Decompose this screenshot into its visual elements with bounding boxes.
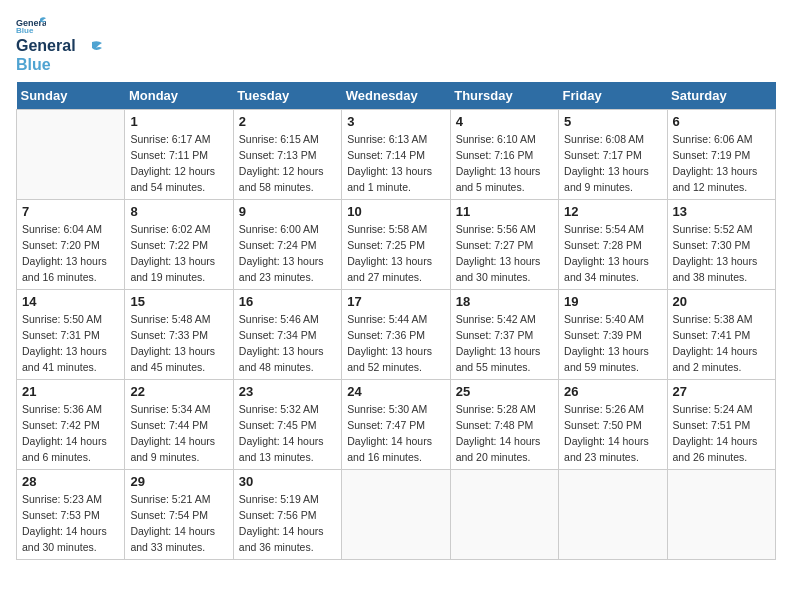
day-info: Sunrise: 6:04 AM Sunset: 7:20 PM Dayligh… xyxy=(22,222,119,285)
day-info: Sunrise: 6:08 AM Sunset: 7:17 PM Dayligh… xyxy=(564,132,661,195)
week-row-4: 21Sunrise: 5:36 AM Sunset: 7:42 PM Dayli… xyxy=(17,380,776,470)
day-cell: 10Sunrise: 5:58 AM Sunset: 7:25 PM Dayli… xyxy=(342,200,450,290)
day-cell: 19Sunrise: 5:40 AM Sunset: 7:39 PM Dayli… xyxy=(559,290,667,380)
day-number: 7 xyxy=(22,204,119,219)
day-cell: 1Sunrise: 6:17 AM Sunset: 7:11 PM Daylig… xyxy=(125,110,233,200)
day-number: 16 xyxy=(239,294,336,309)
header-row: SundayMondayTuesdayWednesdayThursdayFrid… xyxy=(17,82,776,110)
day-cell xyxy=(17,110,125,200)
week-row-2: 7Sunrise: 6:04 AM Sunset: 7:20 PM Daylig… xyxy=(17,200,776,290)
page-header: General Blue General Blue xyxy=(16,16,776,74)
day-cell: 4Sunrise: 6:10 AM Sunset: 7:16 PM Daylig… xyxy=(450,110,558,200)
day-cell: 29Sunrise: 5:21 AM Sunset: 7:54 PM Dayli… xyxy=(125,470,233,560)
day-number: 9 xyxy=(239,204,336,219)
day-number: 12 xyxy=(564,204,661,219)
logo: General Blue General Blue xyxy=(16,16,104,74)
day-number: 29 xyxy=(130,474,227,489)
header-thursday: Thursday xyxy=(450,82,558,110)
day-info: Sunrise: 6:15 AM Sunset: 7:13 PM Dayligh… xyxy=(239,132,336,195)
day-number: 11 xyxy=(456,204,553,219)
day-number: 22 xyxy=(130,384,227,399)
header-tuesday: Tuesday xyxy=(233,82,341,110)
day-cell: 7Sunrise: 6:04 AM Sunset: 7:20 PM Daylig… xyxy=(17,200,125,290)
day-number: 21 xyxy=(22,384,119,399)
week-row-3: 14Sunrise: 5:50 AM Sunset: 7:31 PM Dayli… xyxy=(17,290,776,380)
day-cell: 5Sunrise: 6:08 AM Sunset: 7:17 PM Daylig… xyxy=(559,110,667,200)
day-number: 5 xyxy=(564,114,661,129)
day-cell: 24Sunrise: 5:30 AM Sunset: 7:47 PM Dayli… xyxy=(342,380,450,470)
day-info: Sunrise: 5:26 AM Sunset: 7:50 PM Dayligh… xyxy=(564,402,661,465)
day-cell: 17Sunrise: 5:44 AM Sunset: 7:36 PM Dayli… xyxy=(342,290,450,380)
day-number: 2 xyxy=(239,114,336,129)
day-number: 28 xyxy=(22,474,119,489)
day-info: Sunrise: 5:28 AM Sunset: 7:48 PM Dayligh… xyxy=(456,402,553,465)
day-cell: 20Sunrise: 5:38 AM Sunset: 7:41 PM Dayli… xyxy=(667,290,775,380)
day-info: Sunrise: 6:06 AM Sunset: 7:19 PM Dayligh… xyxy=(673,132,770,195)
day-cell: 25Sunrise: 5:28 AM Sunset: 7:48 PM Dayli… xyxy=(450,380,558,470)
logo-bird-svg xyxy=(82,40,104,54)
day-info: Sunrise: 5:30 AM Sunset: 7:47 PM Dayligh… xyxy=(347,402,444,465)
day-number: 18 xyxy=(456,294,553,309)
header-saturday: Saturday xyxy=(667,82,775,110)
day-number: 10 xyxy=(347,204,444,219)
day-number: 24 xyxy=(347,384,444,399)
day-number: 23 xyxy=(239,384,336,399)
week-row-5: 28Sunrise: 5:23 AM Sunset: 7:53 PM Dayli… xyxy=(17,470,776,560)
day-info: Sunrise: 5:40 AM Sunset: 7:39 PM Dayligh… xyxy=(564,312,661,375)
day-number: 6 xyxy=(673,114,770,129)
day-cell xyxy=(559,470,667,560)
day-number: 19 xyxy=(564,294,661,309)
day-cell: 22Sunrise: 5:34 AM Sunset: 7:44 PM Dayli… xyxy=(125,380,233,470)
day-cell: 27Sunrise: 5:24 AM Sunset: 7:51 PM Dayli… xyxy=(667,380,775,470)
day-number: 25 xyxy=(456,384,553,399)
day-number: 15 xyxy=(130,294,227,309)
day-info: Sunrise: 5:44 AM Sunset: 7:36 PM Dayligh… xyxy=(347,312,444,375)
day-cell: 30Sunrise: 5:19 AM Sunset: 7:56 PM Dayli… xyxy=(233,470,341,560)
day-cell: 13Sunrise: 5:52 AM Sunset: 7:30 PM Dayli… xyxy=(667,200,775,290)
day-info: Sunrise: 5:24 AM Sunset: 7:51 PM Dayligh… xyxy=(673,402,770,465)
day-info: Sunrise: 5:42 AM Sunset: 7:37 PM Dayligh… xyxy=(456,312,553,375)
day-info: Sunrise: 6:10 AM Sunset: 7:16 PM Dayligh… xyxy=(456,132,553,195)
day-info: Sunrise: 5:32 AM Sunset: 7:45 PM Dayligh… xyxy=(239,402,336,465)
day-cell: 11Sunrise: 5:56 AM Sunset: 7:27 PM Dayli… xyxy=(450,200,558,290)
day-number: 30 xyxy=(239,474,336,489)
day-number: 13 xyxy=(673,204,770,219)
day-info: Sunrise: 5:38 AM Sunset: 7:41 PM Dayligh… xyxy=(673,312,770,375)
day-cell: 3Sunrise: 6:13 AM Sunset: 7:14 PM Daylig… xyxy=(342,110,450,200)
day-number: 27 xyxy=(673,384,770,399)
day-cell xyxy=(450,470,558,560)
day-cell: 28Sunrise: 5:23 AM Sunset: 7:53 PM Dayli… xyxy=(17,470,125,560)
day-info: Sunrise: 5:34 AM Sunset: 7:44 PM Dayligh… xyxy=(130,402,227,465)
day-info: Sunrise: 5:48 AM Sunset: 7:33 PM Dayligh… xyxy=(130,312,227,375)
day-info: Sunrise: 5:21 AM Sunset: 7:54 PM Dayligh… xyxy=(130,492,227,555)
day-info: Sunrise: 5:23 AM Sunset: 7:53 PM Dayligh… xyxy=(22,492,119,555)
day-cell xyxy=(342,470,450,560)
day-cell: 21Sunrise: 5:36 AM Sunset: 7:42 PM Dayli… xyxy=(17,380,125,470)
day-cell: 12Sunrise: 5:54 AM Sunset: 7:28 PM Dayli… xyxy=(559,200,667,290)
day-cell: 8Sunrise: 6:02 AM Sunset: 7:22 PM Daylig… xyxy=(125,200,233,290)
logo-icon: General Blue xyxy=(16,16,46,34)
day-cell: 9Sunrise: 6:00 AM Sunset: 7:24 PM Daylig… xyxy=(233,200,341,290)
day-info: Sunrise: 5:36 AM Sunset: 7:42 PM Dayligh… xyxy=(22,402,119,465)
day-info: Sunrise: 6:02 AM Sunset: 7:22 PM Dayligh… xyxy=(130,222,227,285)
day-number: 1 xyxy=(130,114,227,129)
day-info: Sunrise: 6:17 AM Sunset: 7:11 PM Dayligh… xyxy=(130,132,227,195)
day-cell: 2Sunrise: 6:15 AM Sunset: 7:13 PM Daylig… xyxy=(233,110,341,200)
day-number: 14 xyxy=(22,294,119,309)
svg-text:Blue: Blue xyxy=(16,26,34,34)
week-row-1: 1Sunrise: 6:17 AM Sunset: 7:11 PM Daylig… xyxy=(17,110,776,200)
day-info: Sunrise: 5:58 AM Sunset: 7:25 PM Dayligh… xyxy=(347,222,444,285)
day-number: 3 xyxy=(347,114,444,129)
calendar-table: SundayMondayTuesdayWednesdayThursdayFrid… xyxy=(16,82,776,560)
day-number: 17 xyxy=(347,294,444,309)
day-info: Sunrise: 5:46 AM Sunset: 7:34 PM Dayligh… xyxy=(239,312,336,375)
day-cell: 23Sunrise: 5:32 AM Sunset: 7:45 PM Dayli… xyxy=(233,380,341,470)
day-info: Sunrise: 5:54 AM Sunset: 7:28 PM Dayligh… xyxy=(564,222,661,285)
day-cell xyxy=(667,470,775,560)
day-number: 26 xyxy=(564,384,661,399)
day-number: 4 xyxy=(456,114,553,129)
day-cell: 18Sunrise: 5:42 AM Sunset: 7:37 PM Dayli… xyxy=(450,290,558,380)
header-wednesday: Wednesday xyxy=(342,82,450,110)
day-cell: 26Sunrise: 5:26 AM Sunset: 7:50 PM Dayli… xyxy=(559,380,667,470)
day-number: 20 xyxy=(673,294,770,309)
